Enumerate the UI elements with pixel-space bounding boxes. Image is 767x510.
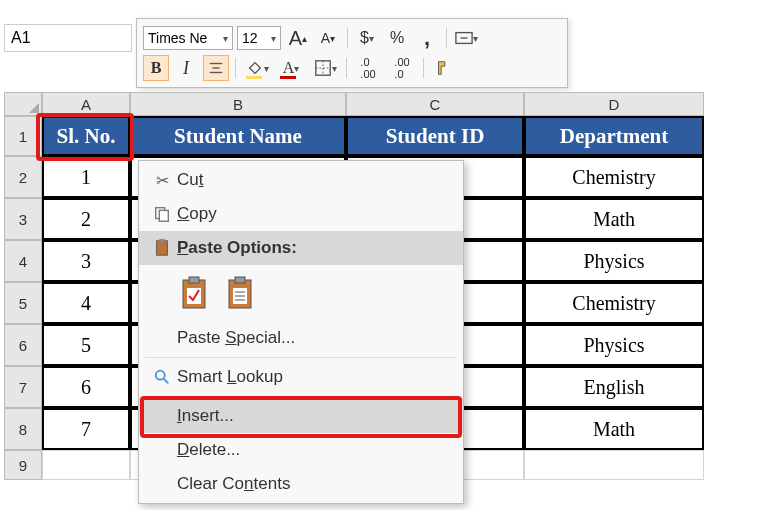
accounting-format-button[interactable]: $▾ xyxy=(354,25,380,51)
col-header-b[interactable]: B xyxy=(130,92,346,116)
name-box-value: A1 xyxy=(11,29,31,47)
menu-delete[interactable]: Delete... xyxy=(139,433,463,467)
paste-keep-source-button[interactable] xyxy=(177,273,211,313)
borders-icon xyxy=(314,59,332,77)
row-header-2[interactable]: 2 xyxy=(4,156,42,198)
merge-icon xyxy=(455,29,473,47)
separator xyxy=(423,58,424,78)
font-color-button[interactable]: A ▾ xyxy=(276,55,306,81)
increase-decimal-button[interactable]: .0.00 xyxy=(353,55,383,81)
separator xyxy=(145,357,457,358)
chevron-down-icon: ▾ xyxy=(271,33,276,44)
bucket-icon xyxy=(246,59,264,77)
row-header-3[interactable]: 3 xyxy=(4,198,42,240)
col-header-c[interactable]: C xyxy=(346,92,524,116)
cell-d2[interactable]: Chemistry xyxy=(524,156,704,198)
fill-color-button[interactable]: ▾ xyxy=(242,55,272,81)
increase-font-button[interactable]: A▴ xyxy=(285,25,311,51)
font-name-value: Times Ne xyxy=(148,30,207,46)
menu-paste-options-header: Paste Options: xyxy=(139,231,463,265)
cell-a2[interactable]: 1 xyxy=(42,156,130,198)
format-painter-button[interactable] xyxy=(430,55,456,81)
cell-d4[interactable]: Physics xyxy=(524,240,704,282)
font-size-combo[interactable]: 12 ▾ xyxy=(237,26,281,50)
cell-a4[interactable]: 3 xyxy=(42,240,130,282)
name-box[interactable]: A1 xyxy=(4,24,132,52)
col-header-a[interactable]: A xyxy=(42,92,130,116)
font-name-combo[interactable]: Times Ne ▾ xyxy=(143,26,233,50)
cell-a1[interactable]: Sl. No. xyxy=(42,116,130,156)
copy-icon xyxy=(147,205,177,223)
row-header-5[interactable]: 5 xyxy=(4,282,42,324)
cell-c1[interactable]: Student ID xyxy=(346,116,524,156)
cell-d3[interactable]: Math xyxy=(524,198,704,240)
paintbrush-icon xyxy=(434,59,452,77)
italic-button[interactable]: I xyxy=(173,55,199,81)
cell-d1[interactable]: Department xyxy=(524,116,704,156)
svg-rect-9 xyxy=(159,210,168,221)
cell-a9[interactable] xyxy=(42,450,130,480)
svg-rect-10 xyxy=(157,241,168,255)
center-align-button[interactable] xyxy=(203,55,229,81)
font-size-value: 12 xyxy=(242,30,258,46)
svg-rect-11 xyxy=(159,239,164,243)
comma-format-button[interactable]: , xyxy=(414,25,440,51)
col-header-d[interactable]: D xyxy=(524,92,704,116)
cell-d7[interactable]: English xyxy=(524,366,704,408)
menu-clear-contents[interactable]: Clear Contents xyxy=(139,467,463,501)
bold-button[interactable]: B xyxy=(143,55,169,81)
separator xyxy=(346,58,347,78)
cell-a5[interactable]: 4 xyxy=(42,282,130,324)
cell-a3[interactable]: 2 xyxy=(42,198,130,240)
row-header-4[interactable]: 4 xyxy=(4,240,42,282)
separator xyxy=(235,58,236,78)
cell-a7[interactable]: 6 xyxy=(42,366,130,408)
chevron-down-icon: ▾ xyxy=(223,33,228,44)
row-header-9[interactable]: 9 xyxy=(4,450,42,480)
svg-rect-13 xyxy=(189,277,199,283)
separator xyxy=(446,28,447,48)
cell-d6[interactable]: Physics xyxy=(524,324,704,366)
paste-values-button[interactable] xyxy=(223,273,257,313)
borders-button[interactable]: ▾ xyxy=(310,55,340,81)
cell-b1[interactable]: Student Name xyxy=(130,116,346,156)
context-menu: ✂ Cut Copy Paste Options: Paste Special.… xyxy=(138,160,464,504)
svg-rect-16 xyxy=(235,277,245,283)
menu-smart-lookup[interactable]: Smart Lookup xyxy=(139,360,463,394)
svg-point-21 xyxy=(156,371,165,380)
menu-copy[interactable]: Copy xyxy=(139,197,463,231)
select-all-button[interactable] xyxy=(4,92,42,116)
cell-a6[interactable]: 5 xyxy=(42,324,130,366)
cell-d5[interactable]: Chemistry xyxy=(524,282,704,324)
cell-a8[interactable]: 7 xyxy=(42,408,130,450)
menu-insert[interactable]: Insert... xyxy=(139,399,463,433)
mini-format-toolbar: Times Ne ▾ 12 ▾ A▴ A▾ $▾ % , ▾ B I xyxy=(136,18,568,88)
cell-d8[interactable]: Math xyxy=(524,408,704,450)
center-align-icon xyxy=(207,59,225,77)
merge-center-button[interactable]: ▾ xyxy=(453,25,479,51)
paste-options-row xyxy=(139,265,463,321)
search-icon xyxy=(147,368,177,386)
separator xyxy=(145,396,457,397)
decrease-decimal-button[interactable]: .00.0 xyxy=(387,55,417,81)
scissors-icon: ✂ xyxy=(147,171,177,190)
percent-format-button[interactable]: % xyxy=(384,25,410,51)
menu-paste-special[interactable]: Paste Special... xyxy=(139,321,463,355)
svg-line-22 xyxy=(164,379,169,384)
decrease-font-button[interactable]: A▾ xyxy=(315,25,341,51)
clipboard-icon xyxy=(147,238,177,258)
separator xyxy=(347,28,348,48)
cell-d9[interactable] xyxy=(524,450,704,480)
row-header-6[interactable]: 6 xyxy=(4,324,42,366)
row-header-7[interactable]: 7 xyxy=(4,366,42,408)
row-header-1[interactable]: 1 xyxy=(4,116,42,156)
row-header-8[interactable]: 8 xyxy=(4,408,42,450)
menu-cut[interactable]: ✂ Cut xyxy=(139,163,463,197)
